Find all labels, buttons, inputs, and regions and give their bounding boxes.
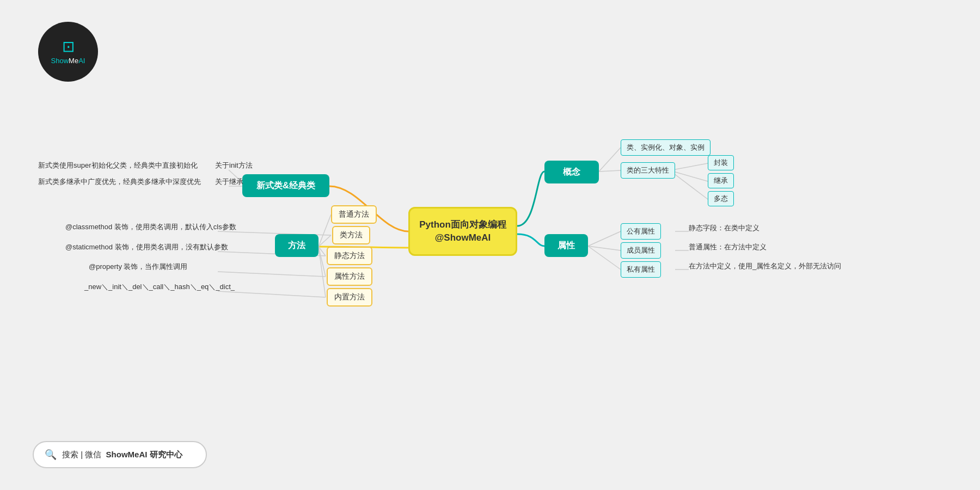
svg-line-9 (218, 272, 326, 277)
node-shuxing: 属性 (544, 234, 588, 257)
label-builtins-desc: _new＼_init＼_del＼_call＼_hash＼_eq＼_dict_ (84, 282, 235, 292)
node-jicheng: 继承 (708, 173, 734, 188)
node-siyou-shuxing: 私有属性 (621, 261, 661, 278)
node-chengyuan-shuxing: 成员属性 (621, 242, 661, 259)
svg-line-3 (318, 247, 326, 277)
center-node: Python面向对象编程 @ShowMeAI (408, 207, 517, 256)
svg-line-18 (588, 246, 621, 270)
node-putong-fangfa: 普通方法 (331, 205, 377, 224)
node-xinshi-jingdian: 新式类&经典类 (242, 174, 329, 197)
label-guanyu-init-tag: 关于init方法 (215, 161, 253, 170)
svg-line-13 (670, 163, 708, 170)
svg-line-11 (599, 148, 621, 171)
svg-line-12 (599, 170, 621, 171)
node-leixl: 类、实例化、对象、实例 (621, 139, 710, 156)
svg-line-2 (318, 247, 326, 256)
label-staticmethod-desc: @staticmethod 装饰，使用类名调用，没有默认参数 (65, 242, 228, 252)
label-gongyou-desc: 静态字段：在类中定义 (689, 223, 759, 233)
label-property-desc: @property 装饰，当作属性调用 (89, 262, 188, 272)
search-icon: 🔍 (45, 449, 57, 461)
label-xinshi-init: 新式类使用super初始化父类，经典类中直接初始化 (38, 161, 198, 170)
logo-icon: ⊡ (62, 39, 75, 54)
node-sandatexing: 类的三大特性 (621, 162, 675, 179)
node-gongyou-shuxing: 公有属性 (621, 223, 661, 240)
node-fangfa: 方法 (275, 234, 318, 257)
svg-line-4 (318, 247, 326, 297)
label-chengyuan-desc: 普通属性：在方法中定义 (689, 242, 767, 252)
center-node-line2: @ShowMeAI (419, 231, 506, 244)
logo-text: ShowMeAI (51, 57, 85, 65)
node-duotai: 多态 (708, 191, 734, 206)
svg-line-14 (670, 170, 708, 181)
search-bar[interactable]: 🔍 搜索 | 微信 ShowMeAI 研究中心 (33, 441, 207, 468)
label-siyou-desc: 在方法中定义，使用_属性名定义，外部无法访问 (689, 261, 841, 271)
label-guanyu-jicheng-tag: 关于继承 (215, 177, 243, 187)
svg-line-17 (588, 246, 621, 250)
svg-line-10 (218, 291, 326, 297)
node-gainian: 概念 (544, 161, 599, 183)
center-node-line1: Python面向对象编程 (419, 218, 506, 231)
svg-line-1 (318, 235, 331, 247)
node-shuxing-fangfa: 属性方法 (327, 267, 372, 286)
logo: ⊡ ShowMeAI (38, 22, 98, 82)
search-text: 搜索 | 微信 ShowMeAI 研究中心 (62, 450, 182, 460)
svg-line-16 (588, 231, 621, 246)
label-classmethod-desc: @classmethod 装饰，使用类名调用，默认传入cls参数 (65, 222, 236, 232)
node-lei-fangfa: 类方法 (332, 226, 370, 244)
node-jingtai-fangfa: 静态方法 (327, 247, 372, 265)
label-xinshi-jicheng: 新式类多继承中广度优先，经典类多继承中深度优先 (38, 177, 201, 187)
node-fengzhuang: 封装 (708, 155, 734, 170)
svg-line-15 (670, 170, 708, 199)
node-neizhi-fangfa: 内置方法 (327, 288, 372, 307)
svg-line-0 (318, 215, 331, 247)
